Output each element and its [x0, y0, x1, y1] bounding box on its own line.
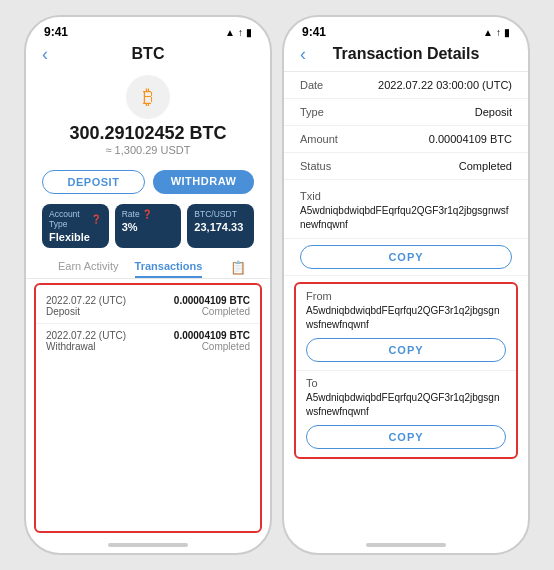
action-buttons: DEPOSIT WITHDRAW	[26, 164, 270, 200]
tx-type-2: Withdrawal	[46, 341, 95, 352]
balance-section: ₿ 300.29102452 BTC ≈ 1,300.29 USDT	[26, 69, 270, 164]
rate-label: Rate ❓	[122, 209, 175, 219]
phone2-header: ‹ Transaction Details	[284, 41, 528, 72]
from-value: A5wdniqbdwiqbdFEqrfqu2QGF3r1q2jbgsgnwsfn…	[306, 304, 506, 332]
signal-icon: ▲	[225, 27, 235, 38]
wifi-icon-2: ↑	[496, 27, 501, 38]
detail-value-type: Deposit	[475, 106, 512, 118]
question-icon-2: ❓	[142, 209, 153, 219]
tx-date-1: 2022.07.22 (UTC)	[46, 295, 126, 306]
txid-section: Txid A5wdniqbdwiqbdFEqrfqu2QGF3r1q2jbgsg…	[284, 180, 528, 239]
rate-card: Rate ❓ 3%	[115, 204, 182, 248]
detail-label-status: Status	[300, 160, 345, 172]
status-bar-2: 9:41 ▲ ↑ ▮	[284, 17, 528, 41]
txid-value: A5wdniqbdwiqbdFEqrfqu2QGF3r1q2jbgsgnwsfn…	[300, 204, 512, 232]
btcusdt-label: BTC/USDT	[194, 209, 247, 219]
withdraw-button[interactable]: WITHDRAW	[153, 170, 254, 194]
detail-label-amount: Amount	[300, 133, 345, 145]
table-row[interactable]: 2022.07.22 (UTC) 0.00004109 BTC Deposit …	[36, 289, 260, 324]
detail-value-amount: 0.00004109 BTC	[429, 133, 512, 145]
to-label: To	[306, 377, 506, 389]
status-icons-1: ▲ ↑ ▮	[225, 27, 252, 38]
tx-date-2: 2022.07.22 (UTC)	[46, 330, 126, 341]
page-title-1: BTC	[132, 45, 165, 63]
rate-value: 3%	[122, 221, 175, 233]
detail-row-date: Date 2022.07.22 03:00:00 (UTC)	[284, 72, 528, 99]
phone-btc: 9:41 ▲ ↑ ▮ ‹ BTC ₿ 300.29102452 BTC ≈ 1,…	[24, 15, 272, 555]
phone-transaction-details: 9:41 ▲ ↑ ▮ ‹ Transaction Details Date 20…	[282, 15, 530, 555]
to-value: A5wdniqbdwiqbdFEqrfqu2QGF3r1q2jbgsgnwsfn…	[306, 391, 506, 419]
from-label: From	[306, 290, 506, 302]
from-row: From A5wdniqbdwiqbdFEqrfqu2QGF3r1q2jbgsg…	[296, 284, 516, 334]
wifi-icon: ↑	[238, 27, 243, 38]
calendar-icon[interactable]: 📋	[230, 260, 254, 275]
battery-icon-2: ▮	[504, 27, 510, 38]
detail-label-date: Date	[300, 79, 345, 91]
battery-icon: ▮	[246, 27, 252, 38]
detail-section: Date 2022.07.22 03:00:00 (UTC) Type Depo…	[284, 72, 528, 537]
tab-earn[interactable]: Earn Activity	[58, 260, 119, 278]
copy-button-to[interactable]: COPY	[306, 425, 506, 449]
btcusdt-value: 23,174.33	[194, 221, 247, 233]
btc-icon: ₿	[126, 75, 170, 119]
detail-row-type: Type Deposit	[284, 99, 528, 126]
from-to-section: From A5wdniqbdwiqbdFEqrfqu2QGF3r1q2jbgsg…	[294, 282, 518, 459]
deposit-button[interactable]: DEPOSIT	[42, 170, 145, 194]
page-title-2: Transaction Details	[333, 45, 480, 63]
time-2: 9:41	[302, 25, 326, 39]
home-indicator-1	[26, 537, 270, 553]
tx-amount-1: 0.00004109 BTC	[174, 295, 250, 306]
from-copy-container: COPY	[296, 334, 516, 371]
to-copy-container: COPY	[296, 421, 516, 457]
info-cards: Account Type ❓ Flexible Rate ❓ 3% BTC/US…	[26, 200, 270, 252]
home-indicator-2	[284, 537, 528, 553]
copy-btn-container-txid: COPY	[284, 239, 528, 276]
transaction-list: 2022.07.22 (UTC) 0.00004109 BTC Deposit …	[34, 283, 262, 533]
status-bar-1: 9:41 ▲ ↑ ▮	[26, 17, 270, 41]
txid-label: Txid	[300, 190, 321, 202]
home-bar-2	[366, 543, 446, 547]
account-type-value: Flexible	[49, 231, 102, 243]
tab-transactions[interactable]: Transactions	[135, 260, 203, 278]
table-row[interactable]: 2022.07.22 (UTC) 0.00004109 BTC Withdraw…	[36, 324, 260, 358]
back-button-2[interactable]: ‹	[300, 44, 306, 65]
time-1: 9:41	[44, 25, 68, 39]
signal-icon-2: ▲	[483, 27, 493, 38]
btcusdt-card: BTC/USDT 23,174.33	[187, 204, 254, 248]
balance-amount: 300.29102452 BTC	[69, 123, 226, 144]
tx-status-1: Completed	[202, 306, 250, 317]
back-button-1[interactable]: ‹	[42, 44, 48, 65]
phone1-header: ‹ BTC	[26, 41, 270, 69]
tabs: Earn Activity Transactions	[42, 256, 230, 278]
detail-row-status: Status Completed	[284, 153, 528, 180]
detail-row-amount: Amount 0.00004109 BTC	[284, 126, 528, 153]
tx-type-1: Deposit	[46, 306, 80, 317]
tx-amount-2: 0.00004109 BTC	[174, 330, 250, 341]
home-bar-1	[108, 543, 188, 547]
to-row: To A5wdniqbdwiqbdFEqrfqu2QGF3r1q2jbgsgnw…	[296, 371, 516, 421]
question-icon: ❓	[91, 214, 102, 224]
tx-status-2: Completed	[202, 341, 250, 352]
detail-label-type: Type	[300, 106, 345, 118]
account-type-card: Account Type ❓ Flexible	[42, 204, 109, 248]
tabs-row: Earn Activity Transactions 📋	[26, 252, 270, 278]
copy-button-txid[interactable]: COPY	[300, 245, 512, 269]
status-icons-2: ▲ ↑ ▮	[483, 27, 510, 38]
balance-usdt: ≈ 1,300.29 USDT	[106, 144, 191, 156]
detail-value-status: Completed	[459, 160, 512, 172]
detail-value-date: 2022.07.22 03:00:00 (UTC)	[378, 79, 512, 91]
copy-button-from[interactable]: COPY	[306, 338, 506, 362]
account-type-label: Account Type ❓	[49, 209, 102, 229]
